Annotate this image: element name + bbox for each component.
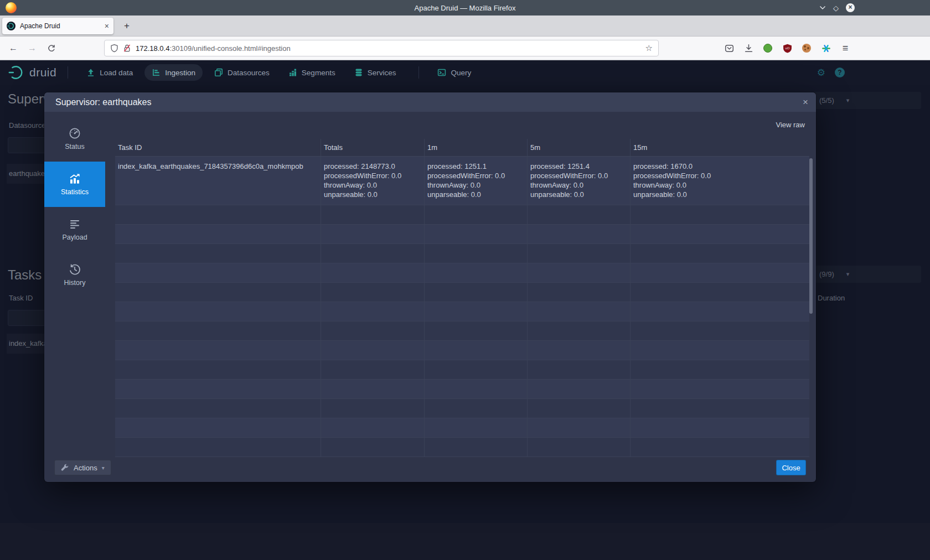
empty-cell bbox=[528, 244, 631, 263]
empty-cell bbox=[528, 360, 631, 379]
table-row-empty bbox=[115, 399, 809, 418]
cell-1m: processed: 1251.1 processedWithError: 0.… bbox=[425, 157, 528, 205]
tab-history[interactable]: History bbox=[44, 252, 105, 298]
ublock-origin-icon[interactable]: uO bbox=[782, 43, 792, 53]
tab-label: Payload bbox=[62, 234, 87, 241]
pocket-icon[interactable] bbox=[724, 43, 734, 53]
actions-button[interactable]: Actions ▾ bbox=[54, 460, 111, 475]
cell-task-id: index_kafka_earthquakes_7184357396d6c0a_… bbox=[115, 157, 321, 205]
metric-line: thrownAway: 0.0 bbox=[324, 180, 420, 190]
table-row[interactable]: index_kafka_earthquakes_7184357396d6c0a_… bbox=[115, 157, 809, 205]
col-header-task-id[interactable]: Task ID bbox=[115, 139, 321, 156]
window-controls: ◇ × bbox=[819, 3, 924, 12]
empty-cell bbox=[528, 263, 631, 282]
nav-item-services[interactable]: Services bbox=[347, 64, 404, 81]
nav-item-load-data[interactable]: Load data bbox=[79, 64, 140, 81]
menu-hamburger-icon[interactable]: ≡ bbox=[840, 43, 850, 53]
dialog-body: Status Statistics bbox=[44, 112, 816, 453]
insecure-lock-icon[interactable] bbox=[123, 44, 131, 53]
druid-logo-icon bbox=[8, 64, 24, 81]
svg-text:uO: uO bbox=[785, 46, 789, 49]
metric-line: unparseable: 0.0 bbox=[530, 190, 626, 199]
window-titlebar: Apache Druid — Mozilla Firefox ◇ × bbox=[0, 0, 930, 15]
settings-gear-icon[interactable]: ⚙ bbox=[817, 68, 825, 77]
help-icon[interactable]: ? bbox=[835, 68, 845, 77]
empty-cell bbox=[321, 302, 425, 321]
nav-item-label: Load data bbox=[100, 69, 133, 77]
window-title: Apache Druid — Mozilla Firefox bbox=[415, 4, 516, 12]
metric-line: unparseable: 0.0 bbox=[427, 190, 523, 199]
dialog-close-icon[interactable]: × bbox=[803, 97, 808, 107]
cell-15m: processed: 1670.0 processedWithError: 0.… bbox=[631, 157, 809, 205]
empty-cell bbox=[115, 380, 321, 398]
shield-permissions-icon[interactable] bbox=[110, 44, 118, 53]
table-row-empty bbox=[115, 283, 809, 302]
toolbar-extensions: uO ≡ bbox=[724, 43, 924, 53]
window-minimize-icon[interactable] bbox=[819, 6, 826, 10]
dialog-header: Supervisor: earthquakes × bbox=[44, 92, 816, 112]
nav-item-datasources[interactable]: Datasources bbox=[207, 64, 277, 81]
view-raw-link[interactable]: View raw bbox=[776, 121, 805, 129]
table-empty-rows bbox=[115, 205, 809, 457]
url-path: :30109/unified-console.html#ingestion bbox=[169, 44, 290, 53]
druid-favicon bbox=[7, 22, 16, 30]
nav-item-segments[interactable]: Segments bbox=[281, 64, 343, 81]
empty-cell bbox=[321, 418, 425, 437]
url-text[interactable]: 172.18.0.4:30109/unified-console.html#in… bbox=[136, 44, 641, 53]
metric-line: processedWithError: 0.0 bbox=[324, 171, 420, 180]
tab-close-icon[interactable]: × bbox=[105, 22, 109, 30]
reload-button[interactable] bbox=[43, 40, 59, 56]
empty-cell bbox=[631, 244, 809, 263]
new-tab-button[interactable]: + bbox=[119, 18, 135, 34]
bookmark-star-icon[interactable]: ☆ bbox=[645, 43, 653, 53]
window-maximize-icon[interactable]: ◇ bbox=[833, 4, 839, 12]
cell-5m: processed: 1251.4 processedWithError: 0.… bbox=[528, 157, 631, 205]
empty-cell bbox=[425, 283, 528, 302]
empty-cell bbox=[321, 225, 425, 243]
nav-item-ingestion[interactable]: Ingestion bbox=[144, 64, 203, 81]
browser-tab-apache-druid[interactable]: Apache Druid × bbox=[2, 18, 113, 34]
download-icon[interactable] bbox=[743, 43, 753, 53]
cookie-icon[interactable] bbox=[802, 43, 812, 53]
tab-status[interactable]: Status bbox=[44, 116, 105, 162]
empty-cell bbox=[321, 360, 425, 379]
nav-right-controls: ⚙ ? bbox=[817, 68, 922, 77]
metric-line: processed: 1251.1 bbox=[427, 162, 523, 171]
window-close-icon[interactable]: × bbox=[846, 3, 855, 12]
empty-cell bbox=[631, 302, 809, 321]
col-header-5m[interactable]: 5m bbox=[528, 139, 631, 156]
col-header-totals[interactable]: Totals bbox=[321, 139, 425, 156]
empty-cell bbox=[528, 322, 631, 340]
nav-item-query[interactable]: Query bbox=[430, 64, 478, 81]
table-scrollbar-thumb[interactable] bbox=[809, 158, 813, 314]
privacy-badger-icon[interactable] bbox=[763, 43, 773, 53]
url-bar[interactable]: 172.18.0.4:30109/unified-console.html#in… bbox=[104, 40, 659, 56]
col-header-1m[interactable]: 1m bbox=[425, 139, 528, 156]
empty-cell bbox=[425, 263, 528, 282]
forward-button[interactable]: → bbox=[24, 40, 40, 56]
col-header-15m[interactable]: 15m bbox=[631, 139, 809, 156]
empty-cell bbox=[631, 322, 809, 340]
nav-item-label: Datasources bbox=[228, 69, 270, 77]
tab-payload[interactable]: Payload bbox=[44, 207, 105, 252]
empty-cell bbox=[115, 418, 321, 437]
ingestion-icon bbox=[152, 68, 161, 77]
asterisk-extension-icon[interactable] bbox=[821, 43, 831, 53]
empty-cell bbox=[115, 302, 321, 321]
nav-divider bbox=[68, 66, 68, 79]
reload-icon bbox=[47, 44, 55, 53]
supervisor-dialog: Supervisor: earthquakes × Status bbox=[44, 92, 816, 482]
dialog-side-tabs: Status Statistics bbox=[44, 112, 105, 453]
dialog-main: View raw Task ID Totals 1m 5m 15m index_… bbox=[105, 112, 816, 453]
tab-statistics[interactable]: Statistics bbox=[44, 162, 105, 207]
table-header-row: Task ID Totals 1m 5m 15m bbox=[115, 139, 809, 157]
close-button[interactable]: Close bbox=[776, 460, 806, 475]
empty-cell bbox=[631, 225, 809, 243]
druid-brand[interactable]: druid bbox=[8, 64, 56, 81]
empty-cell bbox=[631, 418, 809, 437]
back-button[interactable]: ← bbox=[6, 40, 21, 56]
empty-cell bbox=[321, 322, 425, 340]
druid-brand-name: druid bbox=[29, 66, 56, 79]
empty-cell bbox=[115, 225, 321, 243]
url-host: 172.18.0.4 bbox=[136, 44, 169, 53]
